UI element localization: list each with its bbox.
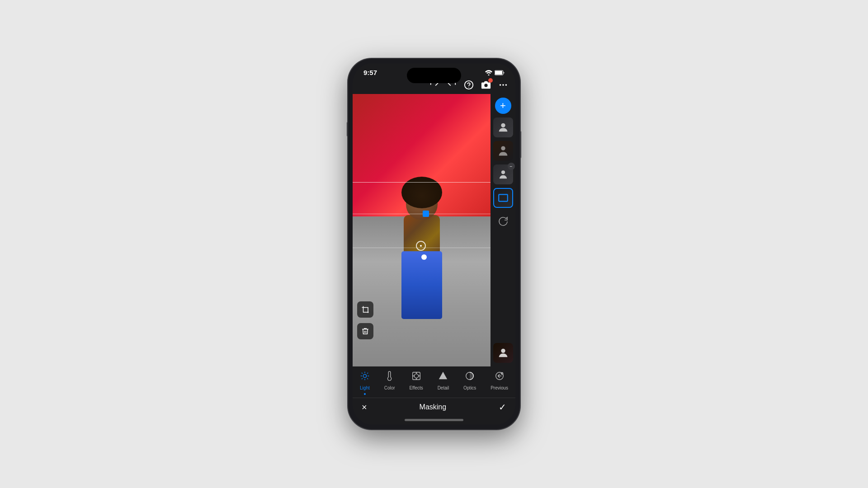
- status-time: 9:57: [363, 69, 377, 76]
- phone-frame: 9:57: [348, 59, 520, 429]
- camera-icon[interactable]: [481, 80, 491, 92]
- left-tools: [357, 301, 373, 339]
- portrait-icon: [497, 121, 509, 134]
- svg-point-8: [505, 84, 507, 86]
- effects-label: Effects: [409, 385, 423, 390]
- toolbar-item-optics[interactable]: Optics: [460, 369, 480, 392]
- action-bar: × Masking ✓: [353, 398, 515, 416]
- rotate-icon: [498, 216, 509, 227]
- mask-thumbnail-4-active[interactable]: [493, 188, 513, 208]
- effects-icon: [411, 371, 421, 384]
- masking-line-1: [353, 182, 491, 183]
- detail-label: Detail: [438, 385, 449, 390]
- detail-icon: [438, 371, 448, 384]
- mask-thumbnail-2[interactable]: [493, 141, 513, 161]
- svg-point-5: [484, 84, 487, 87]
- toolbar-item-detail[interactable]: Detail: [434, 369, 453, 392]
- svg-line-21: [362, 378, 363, 379]
- home-indicator: [353, 416, 515, 425]
- blue-handle[interactable]: [423, 211, 429, 217]
- light-label: Light: [360, 385, 370, 390]
- previous-label: Previous: [491, 385, 508, 390]
- camera-badge: [488, 78, 493, 83]
- person-jeans: [401, 251, 442, 319]
- battery-icon: [495, 70, 505, 75]
- svg-point-10: [501, 146, 505, 150]
- person-mask-icon: [497, 168, 509, 181]
- svg-point-9: [501, 123, 505, 127]
- right-sidebar: +: [491, 94, 515, 366]
- person-dark-icon: [497, 145, 509, 157]
- svg-point-0: [488, 74, 490, 75]
- toolbar-item-light[interactable]: Light: [356, 369, 373, 397]
- mask-thumbnail-bottom[interactable]: [493, 343, 513, 363]
- svg-point-7: [502, 84, 504, 86]
- help-icon[interactable]: [464, 80, 474, 92]
- mask-thumbnail-1[interactable]: [493, 117, 513, 137]
- confirm-button[interactable]: ✓: [499, 402, 506, 413]
- rectangle-mask-icon: [497, 192, 509, 204]
- rotate-mask-button[interactable]: [493, 211, 513, 231]
- delete-tool-btn[interactable]: [357, 323, 373, 339]
- svg-line-20: [367, 378, 368, 379]
- photo-area[interactable]: [353, 94, 491, 366]
- more-icon[interactable]: [498, 80, 508, 92]
- main-content: +: [353, 94, 515, 366]
- circle-handle[interactable]: [416, 241, 426, 251]
- home-bar: [405, 419, 463, 421]
- white-dot-handle[interactable]: [421, 254, 427, 260]
- color-label: Color: [384, 385, 395, 390]
- person-hair: [401, 177, 442, 208]
- optics-icon: [465, 371, 475, 384]
- svg-marker-29: [439, 372, 447, 380]
- svg-rect-12: [499, 194, 508, 201]
- cancel-button[interactable]: ×: [362, 402, 367, 413]
- color-icon: [385, 371, 395, 384]
- phone-screen: 9:57: [353, 63, 515, 425]
- svg-point-14: [363, 374, 366, 377]
- person-figure: [386, 177, 458, 366]
- optics-label: Optics: [463, 385, 476, 390]
- person-silhouette-icon: [497, 347, 509, 359]
- status-icons: [485, 70, 505, 75]
- bottom-toolbar: Light Color: [353, 366, 515, 398]
- plus-icon: +: [500, 100, 506, 112]
- add-mask-button[interactable]: +: [495, 98, 511, 114]
- crop-tool-btn[interactable]: [357, 301, 373, 318]
- masking-line-2: [353, 214, 491, 214]
- previous-icon: [495, 371, 505, 384]
- svg-line-19: [362, 373, 363, 374]
- svg-point-24: [414, 374, 418, 378]
- masking-title: Masking: [420, 403, 447, 411]
- toolbar-item-color[interactable]: Color: [381, 369, 399, 392]
- svg-point-6: [500, 84, 501, 86]
- toolbar-item-previous[interactable]: Previous: [487, 369, 512, 392]
- mask-thumbnail-3-wrapper[interactable]: −: [493, 164, 513, 184]
- light-icon: [360, 371, 370, 384]
- svg-line-22: [367, 373, 368, 374]
- minus-badge: −: [508, 163, 515, 170]
- toolbar-item-effects[interactable]: Effects: [406, 369, 426, 392]
- dynamic-island: [407, 68, 461, 83]
- svg-point-11: [501, 170, 505, 174]
- svg-rect-2: [495, 71, 502, 75]
- svg-point-13: [501, 349, 505, 353]
- wifi-icon: [485, 70, 492, 75]
